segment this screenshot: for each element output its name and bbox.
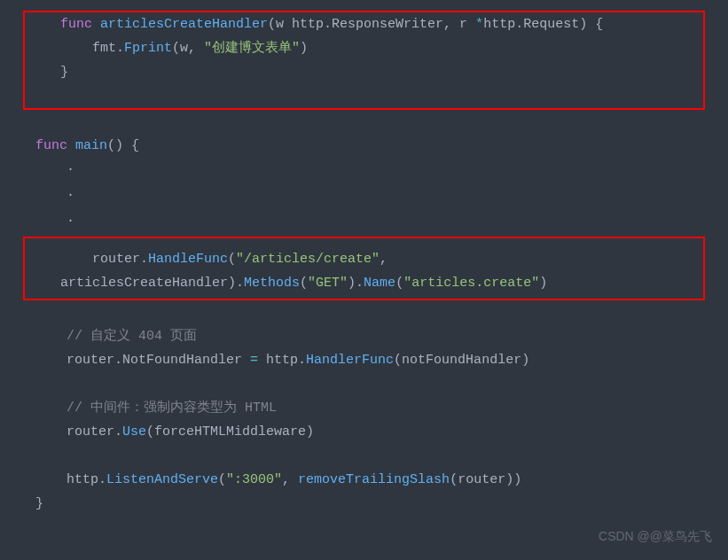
function-name: articlesCreateHandler — [100, 17, 268, 32]
function-call: HandlerFunc — [306, 353, 394, 368]
code-line: articlesCreateHandler).Methods("GET").Na… — [25, 271, 703, 295]
blank-line — [0, 372, 728, 396]
code-line: // 中间件：强制内容类型为 HTML — [0, 396, 728, 420]
highlight-box-2: router.HandleFunc("/articles/create", ar… — [23, 237, 705, 300]
code-line: fmt.Fprint(w, "创建博文表单") — [25, 36, 703, 60]
blank-line — [0, 300, 728, 324]
function-call: Use — [122, 424, 146, 439]
watermark: CSDN @@菜鸟先飞 — [599, 525, 712, 548]
code-line: } — [0, 492, 728, 516]
function-call: ListenAndServe — [106, 472, 218, 487]
comment: // 中间件：强制内容类型为 HTML — [67, 401, 277, 416]
string-literal: ":3000" — [226, 472, 282, 487]
string-literal: "创建博文表单" — [204, 41, 300, 56]
string-literal: "articles.create" — [403, 276, 539, 291]
highlight-box-1: func articlesCreateHandler(w http.Respon… — [23, 11, 705, 110]
function-name: main — [75, 138, 107, 153]
code-line: router.Use(forceHTMLMiddleware) — [0, 420, 728, 444]
ellipsis-line: . — [0, 209, 728, 228]
function-call: HandleFunc — [148, 252, 228, 267]
code-line: } — [25, 60, 703, 84]
ellipsis-line: . — [0, 158, 728, 176]
code-line: router.NotFoundHandler = http.HandlerFun… — [0, 348, 728, 372]
string-literal: "/articles/create" — [236, 252, 380, 267]
function-call: Fprint — [124, 41, 172, 56]
ellipsis-line: . — [0, 183, 728, 202]
code-line: // 自定义 404 页面 — [0, 324, 728, 348]
blank-line — [0, 444, 728, 468]
code-block: func articlesCreateHandler(w http.Respon… — [0, 0, 728, 525]
keyword: func — [60, 17, 92, 32]
blank-line — [0, 110, 728, 134]
string-literal: "GET" — [308, 276, 348, 291]
code-line: http.ListenAndServe(":3000", removeTrail… — [0, 468, 728, 492]
comment: // 自定义 404 页面 — [67, 329, 197, 344]
function-call: removeTrailingSlash — [298, 472, 450, 487]
keyword: func — [35, 138, 67, 153]
function-call: Methods — [244, 276, 300, 291]
code-line: router.HandleFunc("/articles/create", — [25, 247, 703, 271]
function-call: Name — [364, 276, 395, 291]
code-line: func main() { — [0, 134, 728, 158]
code-line — [25, 84, 703, 108]
code-line: func articlesCreateHandler(w http.Respon… — [25, 12, 703, 36]
